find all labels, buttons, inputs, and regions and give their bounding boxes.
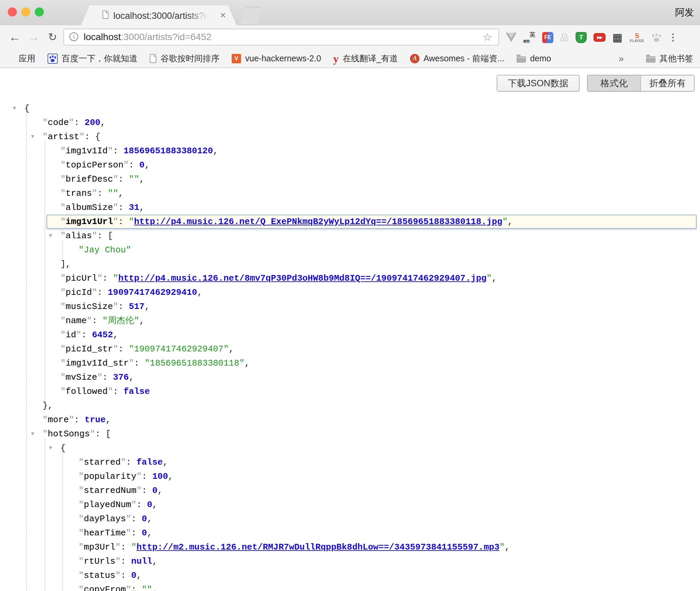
browser-menu-icon[interactable]: ⋮ bbox=[668, 32, 678, 43]
back-icon[interactable] bbox=[7, 25, 22, 50]
doc-icon bbox=[150, 54, 156, 63]
indent-guide bbox=[45, 142, 45, 401]
bookmark-label: 谷歌按时间排序 bbox=[161, 53, 220, 64]
apps-grid-icon bbox=[6, 54, 14, 63]
json-line: "img1v1Id_str": "18569651883380118", bbox=[0, 356, 700, 370]
qr-code-icon[interactable]: ▦ bbox=[612, 32, 622, 43]
json-url-link[interactable]: http://p4.music.126.net/8mv7qP30Pd3oHW8b… bbox=[118, 273, 487, 283]
json-line: "followed": false bbox=[0, 384, 700, 399]
json-line: "trans": "", bbox=[0, 186, 700, 200]
indent-guide bbox=[62, 241, 63, 259]
url-text[interactable]: localhost:3000/artists?id=6452 bbox=[84, 32, 211, 42]
html5-player-icon[interactable]: 5PLAYER bbox=[629, 32, 645, 43]
tab-close-icon[interactable]: × bbox=[220, 9, 226, 21]
bookmark-item[interactable]: y在线翻译_有道 bbox=[333, 53, 398, 64]
json-line: }, bbox=[0, 399, 700, 413]
collapse-toggle-icon[interactable]: ▼ bbox=[49, 441, 52, 455]
site-info-icon[interactable] bbox=[69, 32, 78, 41]
baidu-paw-icon bbox=[48, 54, 58, 64]
json-line: "status": 0, bbox=[0, 568, 700, 583]
window-zoom-button[interactable] bbox=[35, 7, 44, 17]
json-line: "briefDesc": "", bbox=[0, 172, 700, 186]
video-player-icon[interactable]: ▶▶ bbox=[593, 33, 606, 42]
json-line: "hearTime": 0, bbox=[0, 526, 700, 540]
json-line: "starred": false, bbox=[0, 455, 700, 469]
bookmarks-overflow-chevron[interactable]: » bbox=[618, 53, 624, 64]
indent-guide bbox=[26, 114, 27, 591]
bookmark-item[interactable]: demo bbox=[517, 54, 551, 63]
new-tab-button[interactable] bbox=[239, 7, 261, 25]
translate-icon[interactable]: en英 bbox=[523, 32, 535, 43]
json-line: ▼{ bbox=[0, 101, 700, 116]
bookmark-item[interactable]: 百度一下，你就知道 bbox=[48, 53, 138, 64]
bookmark-label: 其他书签 bbox=[660, 53, 693, 64]
paw-icon[interactable] bbox=[651, 32, 662, 42]
collapse-toggle-icon[interactable]: ▼ bbox=[31, 130, 34, 144]
address-bar[interactable]: localhost:3000/artists?id=6452 bbox=[63, 29, 499, 45]
indent-guide bbox=[45, 439, 45, 591]
url-path: :3000/artists?id=6452 bbox=[121, 32, 212, 42]
folder-icon bbox=[517, 56, 526, 63]
reload-icon[interactable] bbox=[45, 25, 60, 50]
collapse-toggle-icon[interactable]: ▼ bbox=[13, 101, 16, 116]
json-line: "img1v1Id": 18569651883380120, bbox=[0, 144, 700, 158]
bookmark-item[interactable]: 应用 bbox=[6, 53, 35, 64]
json-line: "more": true, bbox=[0, 413, 700, 427]
fe-icon[interactable]: FE bbox=[542, 32, 553, 43]
tampermonkey-icon[interactable]: T bbox=[576, 32, 587, 43]
json-line: ▼"alias": [ bbox=[0, 229, 700, 243]
collapse-toggle-icon[interactable]: ▼ bbox=[31, 427, 34, 441]
json-line: "albumSize": 31, bbox=[0, 200, 700, 215]
vue-devtools-icon[interactable] bbox=[506, 33, 517, 42]
folder-icon bbox=[646, 56, 655, 63]
bookmark-item[interactable]: AAwesomes - 前端资... bbox=[410, 53, 504, 64]
youdao-icon: y bbox=[333, 54, 339, 63]
bookmark-item[interactable]: 谷歌按时间排序 bbox=[150, 53, 220, 64]
json-line: "dayPlays": 0, bbox=[0, 512, 700, 526]
bookmarks-bar: 应用百度一下，你就知道谷歌按时间排序Vvue-hackernews-2.0y在线… bbox=[0, 50, 700, 68]
json-line: "playedNum": 0, bbox=[0, 498, 700, 512]
bookmark-label: Awesomes - 前端资... bbox=[424, 53, 504, 64]
indent-guide bbox=[62, 453, 63, 591]
json-line: "topicPerson": 0, bbox=[0, 158, 700, 172]
json-line: ▼"artist": { bbox=[0, 130, 700, 144]
browser-toolbar: localhost:3000/artists?id=6452 en英FE品T▶▶… bbox=[0, 25, 700, 50]
json-line: ], bbox=[0, 257, 700, 271]
json-line: "mvSize": 376, bbox=[0, 370, 700, 384]
json-line: "img1v1Url": "http://p4.music.126.net/Q_… bbox=[47, 215, 697, 229]
window-close-button[interactable] bbox=[8, 7, 17, 17]
page-content: 下载JSON数据 格式化 折叠所有 ▼{"code": 200,▼"artist… bbox=[0, 68, 700, 591]
tab-title-fade bbox=[187, 10, 215, 22]
bookmark-label: demo bbox=[530, 54, 551, 63]
collapse-toggle-icon[interactable]: ▼ bbox=[49, 229, 52, 243]
json-line: "mp3Url": "http://m2.music.126.net/RMJR7… bbox=[0, 540, 700, 554]
json-line: "musicSize": 517, bbox=[0, 300, 700, 314]
json-line: "copyFrom": "", bbox=[0, 583, 700, 591]
sitemap-icon[interactable]: 品 bbox=[560, 32, 569, 42]
json-line: ▼"hotSongs": [ bbox=[0, 427, 700, 441]
json-viewer: ▼{"code": 200,▼"artist": {"img1v1Id": 18… bbox=[0, 68, 700, 591]
json-line: "starredNum": 0, bbox=[0, 484, 700, 498]
vue-orange-icon: V bbox=[232, 54, 241, 63]
bookmark-item[interactable]: Vvue-hackernews-2.0 bbox=[232, 54, 321, 63]
json-line: "name": "周杰伦", bbox=[0, 314, 700, 328]
forward-icon bbox=[26, 25, 41, 50]
profile-name[interactable]: 阿发 bbox=[675, 7, 694, 18]
bookmark-star-icon[interactable] bbox=[483, 31, 492, 43]
tab-strip: localhost:3000/artists?id=645 × 阿发 bbox=[0, 0, 700, 25]
json-url-link[interactable]: http://m2.music.126.net/RMJR7wDullRqppBk… bbox=[137, 542, 500, 552]
bookmark-label: 百度一下，你就知道 bbox=[62, 53, 138, 64]
awesomes-icon: A bbox=[410, 54, 419, 63]
bookmark-label: vue-hackernews-2.0 bbox=[245, 54, 321, 63]
other-bookmarks-folder[interactable]: 其他书签 bbox=[646, 53, 693, 64]
json-line: "popularity": 100, bbox=[0, 469, 700, 484]
json-line: ▼{ bbox=[0, 441, 700, 455]
browser-tab[interactable]: localhost:3000/artists?id=645 × bbox=[81, 5, 237, 25]
bookmark-label: 应用 bbox=[19, 53, 35, 64]
window-minimize-button[interactable] bbox=[21, 7, 30, 17]
json-line: "code": 200, bbox=[0, 116, 700, 130]
bookmark-label: 在线翻译_有道 bbox=[343, 53, 398, 64]
page-favicon-icon bbox=[103, 10, 109, 19]
extension-icons: en英FE品T▶▶▦5PLAYER⋮ bbox=[506, 25, 695, 50]
json-url-link[interactable]: http://p4.music.126.net/Q_ExePNkmqB2yWyL… bbox=[134, 217, 502, 227]
